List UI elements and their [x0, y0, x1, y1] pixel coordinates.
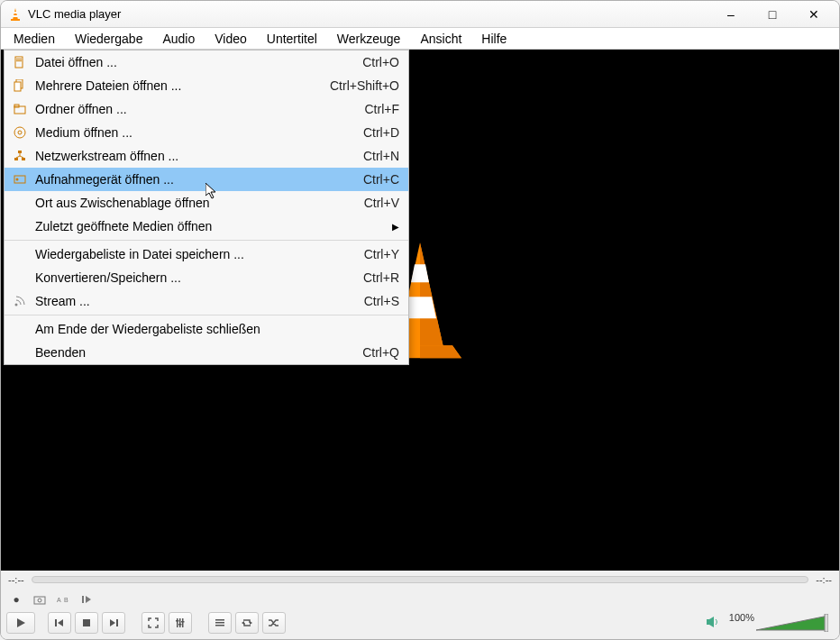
stream-icon [8, 295, 32, 307]
svg-marker-0 [13, 8, 18, 20]
close-button[interactable]: ✕ [801, 7, 826, 22]
menu-audio[interactable]: Audio [153, 30, 204, 48]
svg-rect-1 [14, 12, 17, 14]
menu-item-shortcut: Ctrl+F [365, 102, 400, 116]
svg-point-24 [38, 599, 41, 602]
svg-rect-32 [83, 619, 90, 626]
volume-slider[interactable] [756, 614, 828, 632]
speaker-icon[interactable] [706, 616, 720, 631]
menu-untertitel[interactable]: Untertitel [258, 30, 326, 48]
svg-rect-14 [18, 151, 22, 153]
atob-loop-button[interactable]: AB [53, 590, 73, 608]
menu-item-open-clipboard[interactable]: Ort aus Zwischenablage öffnen Ctrl+V [5, 191, 408, 215]
menu-item-open-file[interactable]: Datei öffnen ... Ctrl+O [5, 50, 408, 74]
menu-item-label: Zuletzt geöffnete Medien öffnen [32, 219, 388, 233]
mini-toolbar: ● AB [1, 589, 839, 610]
svg-rect-42 [215, 622, 224, 624]
menu-wiedergabe[interactable]: Wiedergabe [66, 30, 152, 48]
svg-point-13 [18, 131, 22, 134]
svg-point-22 [15, 304, 18, 306]
seek-track[interactable] [32, 576, 809, 583]
disc-icon [8, 126, 32, 139]
menu-item-recent[interactable]: Zuletzt geöffnete Medien öffnen ▶ [5, 215, 408, 238]
record-button[interactable]: ● [6, 590, 26, 608]
menu-item-shortcut: Ctrl+S [364, 294, 399, 308]
svg-marker-48 [756, 616, 828, 630]
menu-item-shortcut: Ctrl+R [363, 270, 399, 285]
medien-dropdown: Datei öffnen ... Ctrl+O Mehrere Dateien … [4, 50, 409, 365]
menu-item-shortcut: Ctrl+Shift+O [330, 78, 399, 93]
menu-item-convert[interactable]: Konvertieren/Speichern ... Ctrl+R [5, 266, 408, 289]
menu-item-open-capture[interactable]: Aufnahmegerät öffnen ... Ctrl+C [5, 168, 408, 191]
loop-button[interactable] [235, 612, 259, 634]
extended-settings-button[interactable] [169, 612, 192, 634]
menu-hilfe[interactable]: Hilfe [472, 30, 516, 48]
menu-item-shortcut: Ctrl+Q [362, 345, 399, 360]
file-icon [8, 56, 32, 69]
menu-medien[interactable]: Medien [5, 30, 64, 48]
play-button[interactable] [6, 612, 35, 634]
menu-video[interactable]: Video [205, 30, 256, 48]
frame-step-button[interactable] [77, 590, 96, 608]
svg-marker-28 [86, 596, 91, 603]
time-total: --:-- [816, 574, 832, 585]
shuffle-button[interactable] [262, 612, 286, 634]
menu-item-label: Netzwerkstream öffnen ... [32, 149, 363, 163]
menu-item-save-playlist[interactable]: Wiedergabeliste in Datei speichern ... C… [5, 242, 408, 266]
svg-rect-2 [13, 15, 17, 17]
menu-item-quit-after[interactable]: Am Ende der Wiedergabeliste schließen [5, 317, 408, 341]
fullscreen-button[interactable] [142, 612, 165, 634]
files-icon [8, 79, 32, 92]
menu-item-open-folder[interactable]: Ordner öffnen ... Ctrl+F [5, 97, 408, 121]
svg-rect-41 [215, 619, 224, 621]
svg-line-18 [16, 156, 20, 158]
svg-rect-39 [178, 624, 182, 626]
menu-ansicht[interactable]: Ansicht [411, 30, 470, 48]
stop-button[interactable] [75, 612, 98, 634]
seekbar: --:-- --:-- [1, 571, 839, 589]
svg-marker-31 [58, 619, 63, 626]
svg-rect-23 [34, 597, 45, 604]
minimize-button[interactable]: – [718, 7, 744, 22]
svg-rect-46 [707, 619, 709, 625]
volume-percent: 100% [729, 612, 754, 623]
menu-item-open-disc[interactable]: Medium öffnen ... Ctrl+D [5, 121, 408, 144]
window-controls: – □ ✕ [718, 7, 832, 22]
menu-item-shortcut: Ctrl+V [364, 196, 399, 210]
menu-separator [5, 240, 408, 241]
svg-marker-29 [17, 618, 25, 627]
svg-rect-38 [176, 620, 179, 622]
volume-control: 100% [706, 614, 834, 632]
menu-item-quit[interactable]: Beenden Ctrl+Q [5, 341, 408, 364]
maximize-button[interactable]: □ [760, 7, 785, 22]
svg-rect-27 [82, 596, 84, 603]
svg-rect-16 [22, 158, 25, 160]
menu-item-label: Aufnahmegerät öffnen ... [32, 172, 363, 187]
menu-item-shortcut: Ctrl+N [363, 149, 399, 163]
next-button[interactable] [102, 612, 125, 634]
menu-item-open-multiple[interactable]: Mehrere Dateien öffnen ... Ctrl+Shift+O [5, 74, 408, 97]
submenu-arrow-icon: ▶ [388, 222, 399, 232]
prev-button[interactable] [48, 612, 71, 634]
svg-rect-30 [55, 619, 57, 626]
menu-item-shortcut: Ctrl+C [363, 172, 399, 187]
menu-item-label: Mehrere Dateien öffnen ... [32, 78, 330, 93]
playlist-button[interactable] [208, 612, 232, 634]
svg-rect-5 [15, 57, 23, 68]
svg-point-21 [16, 178, 19, 181]
menu-item-label: Am Ende der Wiedergabeliste schließen [32, 322, 399, 336]
video-area: Datei öffnen ... Ctrl+O Mehrere Dateien … [1, 50, 839, 571]
menu-werkzeuge[interactable]: Werkzeuge [328, 30, 410, 48]
menu-item-shortcut: Ctrl+Y [364, 247, 399, 261]
svg-rect-40 [181, 621, 185, 623]
menu-item-label: Stream ... [32, 294, 364, 308]
svg-rect-7 [16, 60, 22, 61]
main-controls: 100% [1, 610, 839, 639]
snapshot-button[interactable] [30, 590, 50, 608]
svg-rect-49 [825, 614, 828, 632]
menu-item-stream[interactable]: Stream ... Ctrl+S [5, 289, 408, 313]
menu-item-open-network[interactable]: Netzwerkstream öffnen ... Ctrl+N [5, 144, 408, 168]
svg-text:A: A [57, 597, 61, 603]
svg-rect-3 [11, 19, 20, 21]
titlebar: VLC media player – □ ✕ [1, 1, 839, 28]
